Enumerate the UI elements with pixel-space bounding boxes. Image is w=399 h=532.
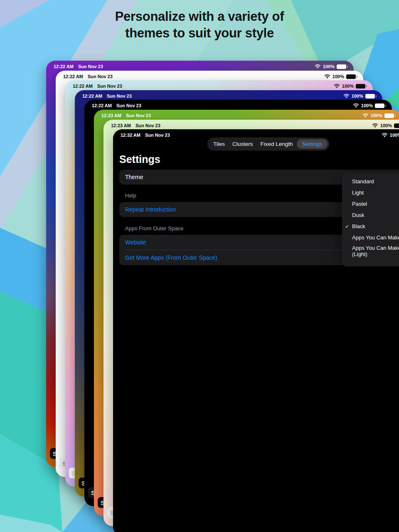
headline-line2: themes to suit your style xyxy=(0,25,399,42)
wifi-icon xyxy=(343,94,350,99)
status-date: Sun Nov 23 xyxy=(135,123,160,128)
menu-item-label: Apps You Can Make xyxy=(352,234,399,241)
menu-item-standard[interactable]: Standard xyxy=(342,176,399,187)
tab-clusters[interactable]: Clusters xyxy=(229,141,257,147)
front-screen-content: Tiles Clusters Fixed Length Settings Set… xyxy=(113,129,399,532)
battery-icon xyxy=(337,64,346,69)
headline: Personalize with a variety of themes to … xyxy=(0,8,399,42)
section-label-help: Help xyxy=(125,192,136,199)
menu-item-apps-you-can-make-light[interactable]: Apps You Can Make (Light) xyxy=(342,243,399,264)
battery-percent: 100% xyxy=(371,113,382,118)
menu-item-pastel[interactable]: Pastel xyxy=(342,198,399,209)
battery-icon xyxy=(346,74,356,79)
menu-item-label: Pastel xyxy=(352,201,367,207)
status-date: Sun Nov 23 xyxy=(126,113,151,118)
headline-line1: Personalize with a variety of xyxy=(0,8,399,25)
wifi-icon xyxy=(324,74,330,79)
status-right: 100% xyxy=(334,84,365,89)
menu-item-label: Standard xyxy=(352,178,374,185)
status-bar: 12:22 AMSun Nov 23100% xyxy=(75,90,382,99)
wifi-icon xyxy=(353,103,359,108)
status-time: 12:22 AM xyxy=(82,94,102,99)
status-left: 12:22 AMSun Nov 23 xyxy=(54,64,103,69)
tab-settings[interactable]: Settings xyxy=(297,139,328,149)
status-time: 12:23 AM xyxy=(101,113,121,118)
wifi-icon xyxy=(372,123,378,128)
battery-icon xyxy=(356,84,365,89)
checkmark-icon: ✓ xyxy=(342,224,352,229)
status-time: 12:22 AM xyxy=(73,84,93,89)
page-title: Settings xyxy=(119,153,160,165)
app-store-screenshot: Personalize with a variety of themes to … xyxy=(0,0,399,532)
status-left: 12:22 AMSun Nov 23 xyxy=(82,94,132,99)
menu-item-light[interactable]: Light xyxy=(342,187,399,198)
menu-item-label: Apps You Can Make (Light) xyxy=(352,245,399,257)
status-right: 100% xyxy=(372,123,399,128)
menu-item-label: Black xyxy=(352,223,365,229)
status-bar: 12:22 AMSun Nov 23100% xyxy=(65,80,373,89)
status-bar: 12:22 AMSun Nov 23100% xyxy=(46,61,354,69)
status-right: 100% xyxy=(315,64,346,69)
battery-percent: 100% xyxy=(352,94,363,99)
status-bar: 12:22 AMSun Nov 23100% xyxy=(56,71,363,79)
tab-fixed-length[interactable]: Fixed Length xyxy=(257,141,297,147)
battery-percent: 100% xyxy=(361,103,373,108)
battery-percent: 100% xyxy=(323,64,335,69)
wifi-icon xyxy=(362,113,369,118)
battery-percent: 100% xyxy=(332,74,344,79)
status-date: Sun Nov 23 xyxy=(116,103,141,108)
menu-item-dusk[interactable]: Dusk xyxy=(342,209,399,221)
status-time: 12:22 AM xyxy=(63,74,83,79)
menu-item-apps-you-can-make[interactable]: Apps You Can Make xyxy=(342,232,399,243)
segmented-control: Tiles Clusters Fixed Length Settings xyxy=(207,138,329,150)
status-right: 100% xyxy=(324,74,356,79)
status-bar: 12:23 AMSun Nov 23100% xyxy=(94,110,399,118)
tab-tiles[interactable]: Tiles xyxy=(209,141,229,147)
theme-screen-black-front: 12:32 AMSun Nov 23100% Tiles Clusters Fi… xyxy=(113,129,399,532)
battery-icon xyxy=(365,94,375,99)
status-bar: 12:23 AMSun Nov 23100% xyxy=(103,120,399,128)
menu-item-label: Light xyxy=(352,190,364,196)
battery-icon xyxy=(394,123,399,128)
status-date: Sun Nov 23 xyxy=(107,94,132,99)
section-label-apps-from-outer-space: Apps From Outer Space xyxy=(125,225,183,232)
status-left: 12:23 AMSun Nov 23 xyxy=(111,123,160,128)
status-left: 12:22 AMSun Nov 23 xyxy=(92,103,141,108)
status-right: 100% xyxy=(362,113,394,118)
menu-item-label: Dusk xyxy=(352,212,365,218)
wifi-icon xyxy=(315,64,321,69)
battery-percent: 100% xyxy=(342,84,354,89)
status-date: Sun Nov 23 xyxy=(88,74,113,79)
wifi-icon xyxy=(334,84,340,89)
status-time: 12:22 AM xyxy=(92,103,112,108)
menu-item-black[interactable]: ✓Black xyxy=(342,221,399,232)
theme-dropdown-menu: StandardLightPastelDusk✓BlackApps You Ca… xyxy=(342,172,399,266)
status-right: 100% xyxy=(343,94,375,99)
status-left: 12:23 AMSun Nov 23 xyxy=(101,113,151,118)
status-bar: 12:22 AMSun Nov 23100% xyxy=(84,100,392,108)
status-time: 12:22 AM xyxy=(54,64,74,69)
battery-icon xyxy=(375,103,384,108)
status-right: 100% xyxy=(353,103,384,108)
status-date: Sun Nov 23 xyxy=(78,64,103,69)
status-date: Sun Nov 23 xyxy=(97,84,122,89)
status-left: 12:22 AMSun Nov 23 xyxy=(73,84,122,89)
battery-percent: 100% xyxy=(380,123,392,128)
status-left: 12:22 AMSun Nov 23 xyxy=(63,74,113,79)
status-time: 12:23 AM xyxy=(111,123,131,128)
battery-icon xyxy=(384,113,394,118)
